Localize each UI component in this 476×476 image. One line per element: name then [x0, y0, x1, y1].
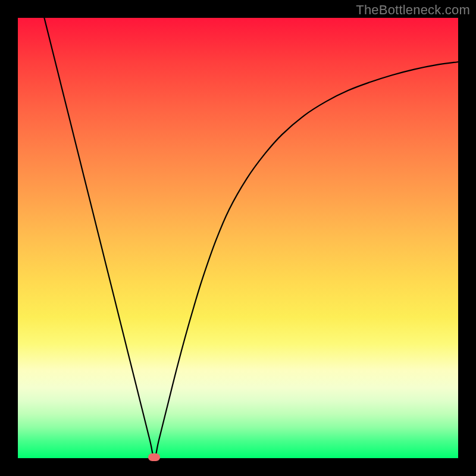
bottleneck-curve: [18, 18, 458, 458]
plot-area: [18, 18, 458, 458]
optimum-marker: [148, 453, 160, 461]
chart-frame: TheBottleneck.com: [0, 0, 476, 476]
watermark-text: TheBottleneck.com: [356, 2, 470, 18]
